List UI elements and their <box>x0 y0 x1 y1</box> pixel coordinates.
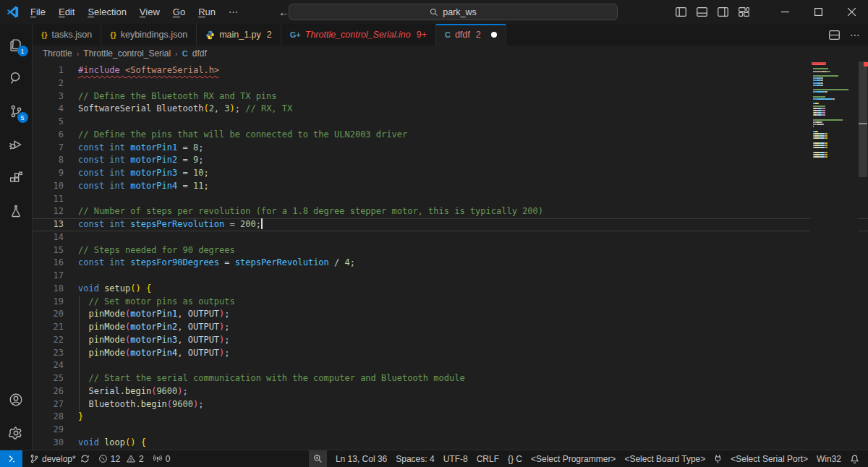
customize-layout-icon[interactable] <box>739 7 749 17</box>
code-line-22[interactable]: 22 pinMode(motorPin3, OUTPUT); <box>33 334 868 347</box>
zoom-indicator[interactable] <box>309 450 327 467</box>
toggle-panel-icon[interactable] <box>697 7 707 17</box>
code-line-14[interactable]: 14 <box>33 231 868 244</box>
breadcrumb-subfolder[interactable]: Throttle_control_Serial <box>83 48 171 59</box>
code-line-16[interactable]: 16const int stepsFor90Degrees = stepsPer… <box>33 257 868 270</box>
platform-status[interactable]: Win32 <box>812 450 846 467</box>
indentation-status[interactable]: Spaces: 4 <box>391 450 438 467</box>
sync-changes-button[interactable] <box>80 450 94 467</box>
select-board-status[interactable]: <Select Board Type> <box>620 450 710 467</box>
code-line-8[interactable]: 8const int motorPin2 = 9; <box>33 154 868 167</box>
indent-guide <box>79 296 80 411</box>
tab-keybindings.json[interactable]: {}keybindings.json <box>101 24 197 46</box>
cursor-position-status[interactable]: Ln 13, Col 36 <box>331 450 391 467</box>
code-line-12[interactable]: 12// Number of steps per revolution (for… <box>33 205 868 218</box>
tab-main_1.py[interactable]: main_1.py2 <box>197 24 281 46</box>
dirty-indicator-icon[interactable] <box>491 32 497 38</box>
more-actions-icon[interactable]: ⋯ <box>850 29 861 40</box>
code-line-20[interactable]: 20 pinMode(motorPin1, OUTPUT); <box>33 308 868 321</box>
toggle-sidebar-icon[interactable] <box>676 7 686 17</box>
upload-plug-icon[interactable] <box>710 450 726 467</box>
code-line-17[interactable]: 17 <box>33 270 868 283</box>
language-mode-status[interactable]: {} C <box>503 450 527 467</box>
line-content: } <box>78 411 83 424</box>
source-control-icon[interactable]: 5 <box>0 95 33 128</box>
code-line-26[interactable]: 26 Serial.begin(9600); <box>33 385 868 398</box>
code-line-11[interactable]: 11 <box>33 193 868 206</box>
code-line-24[interactable]: 24 <box>33 359 868 372</box>
code-line-10[interactable]: 10const int motorPin4 = 11; <box>33 180 868 193</box>
code-line-21[interactable]: 21 pinMode(motorPin2, OUTPUT); <box>33 321 868 334</box>
notifications-bell-icon[interactable] <box>846 450 868 467</box>
code-editor[interactable]: 1#include <SoftwareSerial.h>23// Define … <box>33 61 868 450</box>
tab-modified-count: 2 <box>267 30 272 40</box>
code-line-30[interactable]: 30void loop() { <box>33 437 868 450</box>
settings-gear-icon[interactable] <box>0 416 33 450</box>
line-number: 8 <box>33 154 64 167</box>
code-line-29[interactable]: 29 <box>33 424 868 437</box>
code-line-2[interactable]: 2 <box>33 77 868 90</box>
tab-Throttle_control_Serial.ino[interactable]: G+Throttle_control_Serial.ino9+ <box>281 24 436 46</box>
code-line-28[interactable]: 28} <box>33 411 868 424</box>
menu-file[interactable]: File <box>25 4 51 20</box>
minimap[interactable] <box>810 61 858 450</box>
code-line-19[interactable]: 19 // Set motor pins as outputs <box>33 296 868 309</box>
select-programmer-status[interactable]: <Select Programmer> <box>527 450 620 467</box>
tab-label: tasks.json <box>52 30 93 40</box>
explorer-icon[interactable]: 1 <box>0 28 33 61</box>
menu-run[interactable]: Run <box>192 4 221 20</box>
code-line-5[interactable]: 5 <box>33 116 868 129</box>
git-branch-status[interactable]: develop* <box>25 450 80 467</box>
line-number: 7 <box>33 142 64 155</box>
breadcrumb-file[interactable]: dfdf <box>192 48 207 59</box>
menu-selection[interactable]: Selection <box>82 4 132 20</box>
code-line-13[interactable]: 13const int stepsPerRevolution = 200; <box>33 218 868 231</box>
minimize-button[interactable] <box>768 0 801 24</box>
minimap-line <box>813 85 823 86</box>
code-line-25[interactable]: 25 // Start the serial communication wit… <box>33 372 868 385</box>
code-line-15[interactable]: 15// Steps needed for 90 degrees <box>33 244 868 257</box>
code-line-1[interactable]: 1#include <SoftwareSerial.h> <box>33 64 868 77</box>
menu-edit[interactable]: Edit <box>53 4 80 20</box>
testing-icon[interactable] <box>0 194 33 228</box>
tab-tasks.json[interactable]: {}tasks.json <box>33 24 101 46</box>
select-serial-port-status[interactable]: <Select Serial Port> <box>726 450 812 467</box>
extensions-icon[interactable] <box>0 161 33 194</box>
menu-view[interactable]: View <box>134 4 166 20</box>
remote-indicator[interactable] <box>0 450 22 467</box>
eol-status[interactable]: CRLF <box>472 450 503 467</box>
tab-modified-count: 9+ <box>417 30 427 40</box>
line-number: 18 <box>33 283 64 296</box>
line-number: 26 <box>33 385 64 398</box>
encoding-status[interactable]: UTF-8 <box>439 450 472 467</box>
menu-more[interactable]: ⋯ <box>223 4 244 20</box>
overview-cursor-marker <box>859 123 867 124</box>
code-line-9[interactable]: 9const int motorPin3 = 10; <box>33 167 868 180</box>
nav-back-button[interactable]: ← <box>278 6 289 18</box>
editor-scrollbar[interactable] <box>858 61 868 450</box>
code-line-6[interactable]: 6// Define the pins that will be connect… <box>33 129 868 142</box>
breadcrumb-folder[interactable]: Throttle <box>43 48 72 59</box>
line-number: 10 <box>33 180 64 193</box>
split-editor-icon[interactable] <box>829 30 840 40</box>
close-window-button[interactable] <box>835 0 868 24</box>
code-line-4[interactable]: 4SoftwareSerial Bluetooth(2, 3); // RX, … <box>33 103 868 116</box>
toggle-secondary-sidebar-icon[interactable] <box>718 7 728 17</box>
code-line-7[interactable]: 7const int motorPin1 = 8; <box>33 142 868 155</box>
menu-go[interactable]: Go <box>167 4 191 20</box>
accounts-icon[interactable] <box>0 383 33 416</box>
line-content: // Set motor pins as outputs <box>78 296 235 309</box>
line-content: const int motorPin2 = 9; <box>78 154 203 167</box>
code-line-3[interactable]: 3// Define the Bluetooth RX and TX pins <box>33 90 868 103</box>
command-center-search[interactable]: park_ws <box>289 4 618 20</box>
code-line-18[interactable]: 18void setup() { <box>33 283 868 296</box>
restore-button[interactable] <box>801 0 835 24</box>
code-line-23[interactable]: 23 pinMode(motorPin4, OUTPUT); <box>33 347 868 360</box>
tab-dfdf[interactable]: Cdfdf2 <box>436 24 506 46</box>
run-debug-icon[interactable] <box>0 128 33 161</box>
search-view-icon[interactable] <box>0 61 33 95</box>
problems-status[interactable]: 12 2 <box>94 450 148 467</box>
code-line-27[interactable]: 27 Bluetooth.begin(9600); <box>33 398 868 411</box>
scrollbar-thumb[interactable] <box>859 61 867 177</box>
ports-status[interactable]: 0 <box>148 450 175 467</box>
